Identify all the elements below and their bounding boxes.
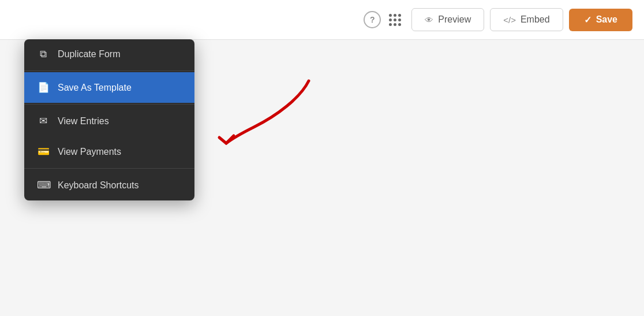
menu-item-duplicate-form[interactable]: ⧉ Duplicate Form xyxy=(24,39,194,69)
save-label: Save xyxy=(596,14,617,25)
menu-separator-1 xyxy=(24,70,194,71)
keyboard-icon: ⌨ xyxy=(37,179,50,191)
grid-dot xyxy=(394,23,396,26)
menu-separator-2 xyxy=(24,104,194,105)
grid-dot xyxy=(394,14,396,17)
menu-separator-3 xyxy=(24,168,194,169)
preview-button[interactable]: 👁 Preview xyxy=(411,8,484,31)
view-payments-label: View Payments xyxy=(58,147,121,157)
embed-label: Embed xyxy=(521,14,550,25)
menu-item-keyboard-shortcuts[interactable]: ⌨ Keyboard Shortcuts xyxy=(24,170,194,200)
grid-dot xyxy=(389,18,392,21)
template-icon: 📄 xyxy=(37,81,50,94)
help-icon[interactable]: ? xyxy=(364,11,381,28)
embed-button[interactable]: </> Embed xyxy=(490,8,563,31)
save-button[interactable]: ✓ Save xyxy=(569,9,632,31)
grid-dot xyxy=(398,18,401,21)
duplicate-form-label: Duplicate Form xyxy=(58,49,120,60)
grid-dot xyxy=(394,18,396,21)
duplicate-icon: ⧉ xyxy=(37,49,50,60)
checkmark-icon: ✓ xyxy=(584,14,591,25)
eye-icon: 👁 xyxy=(425,15,433,25)
menu-item-view-entries[interactable]: ✉ View Entries xyxy=(24,106,194,136)
grid-dot xyxy=(389,14,392,17)
keyboard-shortcuts-label: Keyboard Shortcuts xyxy=(58,180,139,191)
view-entries-label: View Entries xyxy=(58,116,109,127)
dropdown-menu: ⧉ Duplicate Form 📄 Save As Template ✉ Vi… xyxy=(24,39,194,200)
code-icon: </> xyxy=(503,15,516,25)
menu-item-view-payments[interactable]: 💳 View Payments xyxy=(24,136,194,167)
grid-dot xyxy=(398,14,401,17)
toolbar-icons: ? xyxy=(364,11,401,28)
grid-dot xyxy=(389,23,392,26)
save-as-template-label: Save As Template xyxy=(58,83,132,93)
apps-grid-icon[interactable] xyxy=(389,14,401,26)
top-bar: ? 👁 Preview </> Embed ✓ Save xyxy=(0,0,644,40)
grid-dot xyxy=(398,23,401,26)
preview-label: Preview xyxy=(438,14,471,25)
payment-icon: 💳 xyxy=(37,146,50,158)
envelope-icon: ✉ xyxy=(37,115,50,127)
menu-item-save-as-template[interactable]: 📄 Save As Template xyxy=(24,72,194,103)
